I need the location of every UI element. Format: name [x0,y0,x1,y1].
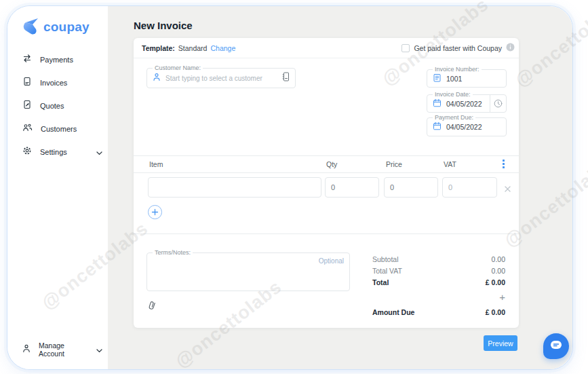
chevron-down-icon [96,146,102,158]
manage-account[interactable]: Manage Account [22,344,102,355]
template-bar: Template: Standard Change Get paid faste… [134,38,519,58]
calendar-icon [433,98,442,110]
logo[interactable]: coupay [22,17,90,37]
template-value: Standard [178,44,208,52]
items-header-divider [134,172,519,173]
sidebar-item-label: Invoices [40,79,67,87]
attachment-paperclip-icon[interactable] [147,300,157,314]
invoice-number-icon [433,73,442,85]
item-qty-input[interactable] [325,177,379,198]
payment-due-field[interactable]: Payment Due: 04/05/2022 [427,117,507,136]
coupay-logo-icon [22,17,40,37]
col-header-price: Price [386,160,402,168]
customer-search-input[interactable] [165,75,277,82]
template-change-link[interactable]: Change [210,44,235,52]
invoices-icon [22,77,32,89]
total-label: Total [372,278,389,286]
person-icon [22,343,31,356]
total-row: Total £ 0.00 [372,277,505,288]
sidebar-item-payments[interactable]: Payments [22,54,102,65]
sidebar-item-settings[interactable]: Settings [22,147,102,157]
manage-account-label: Manage Account [39,341,88,358]
sidebar-item-label: Settings [40,148,67,156]
chat-widget-button[interactable] [543,333,569,359]
col-header-item: Item [149,160,163,168]
customers-icon [22,123,33,135]
subtotal-label: Subtotal [372,255,399,263]
sidebar-item-customers[interactable]: Customers [22,124,102,134]
calendar-icon [433,121,442,133]
terms-notes-field: Terms/Notes: Optional [146,253,350,291]
subtotal-value: 0.00 [492,255,505,263]
template-label: Template: [142,44,175,52]
contact-book-icon[interactable] [282,72,290,84]
remove-row-icon[interactable] [504,183,511,195]
get-paid-faster-checkbox[interactable] [401,44,410,52]
total-vat-label: Total VAT [372,267,402,275]
sidebar-item-label: Payments [40,56,73,64]
item-price-input[interactable] [384,177,438,198]
col-header-qty: Qty [326,160,337,168]
column-options-menu-icon[interactable] [503,160,505,168]
invoice-date-field[interactable]: Invoice Date: 04/05/2022 [427,94,507,113]
total-vat-row: Total VAT 0.00 [372,265,505,276]
sidebar-item-invoices[interactable]: Invoices [22,77,102,88]
amount-due-label: Amount Due [372,308,414,316]
get-paid-faster-label: Get paid faster with Coupay [414,44,502,52]
logo-text: coupay [43,20,90,35]
invoice-number-field[interactable]: Invoice Number: 1001 [427,69,507,88]
app-card: coupay Payments Invoic [7,5,573,370]
chat-bubble-icon [550,340,562,352]
invoice-number-value: 1001 [446,75,462,83]
time-picker-button[interactable] [490,95,506,112]
item-name-input[interactable] [148,177,321,198]
sidebar-item-label: Customers [41,125,77,133]
item-vat-input[interactable] [442,177,497,198]
page-title: New Invoice [134,20,193,31]
invoice-date-value: 04/05/2022 [446,100,482,108]
section-divider [134,233,519,234]
settings-icon [22,146,32,158]
invoice-panel: Template: Standard Change Get paid faste… [134,38,519,328]
total-value: £ 0.00 [486,278,505,286]
payment-due-value: 04/05/2022 [446,123,482,131]
items-top-divider [134,155,519,156]
amount-due-value: £ 0.00 [486,308,505,316]
amount-due-row: Amount Due £ 0.00 [372,307,505,318]
col-header-vat: VAT [444,160,456,168]
preview-button[interactable]: Preview [484,335,517,351]
terms-notes-textarea[interactable] [151,257,347,288]
add-item-button[interactable] [148,205,162,219]
app-window: coupay Payments Invoic [0,0,588,374]
payments-icon [22,54,32,66]
info-icon[interactable] [506,42,515,54]
sidebar: coupay Payments Invoic [7,6,108,369]
chevron-down-icon [96,343,102,356]
customer-name-field: Customer Name: [146,68,296,88]
total-vat-value: 0.00 [492,267,505,275]
customer-person-icon [153,72,161,84]
sidebar-item-label: Quotes [40,102,64,110]
subtotal-row: Subtotal 0.00 [372,254,505,265]
sidebar-item-quotes[interactable]: Quotes [22,100,102,111]
add-adjustment-button[interactable]: + [499,292,505,302]
terms-notes-label: Terms/Notes: [153,248,193,257]
quotes-icon [22,100,32,112]
